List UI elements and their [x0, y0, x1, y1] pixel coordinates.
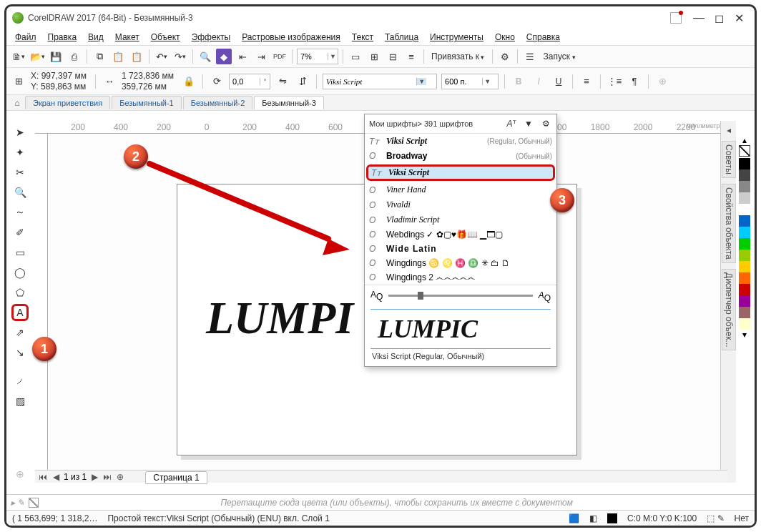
menu-help[interactable]: Справка	[526, 32, 560, 42]
font-settings-icon[interactable]: ⚙	[539, 117, 552, 130]
docker-obj-props[interactable]: Свойства объекта	[722, 184, 736, 263]
artistic-media-tool[interactable]: ✐	[11, 224, 29, 241]
zoom-tool[interactable]: 🔍	[11, 184, 29, 201]
tab-welcome[interactable]: Экран приветствия	[25, 96, 110, 109]
font-size-combo[interactable]: ▼	[441, 74, 499, 89]
copy-icon[interactable]: ⧉	[92, 49, 107, 64]
color-swatch[interactable]	[739, 284, 750, 295]
pdf-icon[interactable]: PDF	[272, 49, 288, 64]
font-list-item[interactable]: O Vladimir Script	[365, 212, 556, 227]
menu-file[interactable]: Файл	[15, 32, 36, 42]
clipboard-icon[interactable]: 📋	[129, 49, 144, 64]
menu-edit[interactable]: Правка	[48, 32, 77, 42]
font-list-item[interactable]: O Webdings ✓ ✿▢♥🎁📖 ▁🗖▢	[365, 227, 556, 242]
origin-grid-icon[interactable]: ⊞	[11, 74, 26, 89]
text-align-icon[interactable]: ≡	[579, 74, 594, 89]
chevron-down-icon[interactable]: ▼	[482, 78, 492, 85]
no-color-swatch[interactable]	[739, 145, 750, 157]
color-swatch[interactable]	[739, 204, 750, 215]
status-fill-swatch[interactable]	[607, 513, 617, 523]
color-swatch[interactable]	[739, 192, 750, 204]
tab-doc-1[interactable]: Безымянный-1	[112, 96, 182, 109]
quick-customize-icon[interactable]: ⊕	[11, 466, 29, 483]
tab-doc-3[interactable]: Безымянный-3	[254, 96, 324, 109]
minimize-button[interactable]: —	[689, 8, 709, 28]
mirror-v-icon[interactable]: ⇵	[295, 74, 310, 89]
save-icon[interactable]: 💾	[48, 49, 64, 64]
crop-tool[interactable]: ✂	[11, 164, 29, 181]
status-fill-icon[interactable]: ◧	[589, 513, 597, 523]
menu-tools[interactable]: Инструменты	[430, 32, 483, 42]
page-first-icon[interactable]: ⏮	[38, 472, 48, 482]
font-list-item[interactable]: Tᴛ Viksi Script (Regular, Обычный)	[365, 134, 556, 149]
search-icon[interactable]: 🔍	[197, 49, 213, 64]
zoom-input[interactable]	[298, 49, 328, 64]
freehand-tool[interactable]: ～	[11, 204, 29, 221]
fullscreen-icon[interactable]: ▭	[348, 49, 363, 64]
menu-bitmap[interactable]: Растровые изображения	[242, 32, 340, 42]
color-swatch[interactable]	[739, 158, 750, 169]
font-list-item[interactable]: O Wingdings ♋ ♌ ♓ ♎ ✳ 🗀 🗋	[365, 256, 556, 270]
tab-doc-2[interactable]: Безымянный-2	[183, 96, 253, 109]
color-swatch[interactable]	[739, 169, 750, 181]
color-swatch[interactable]	[739, 250, 750, 261]
italic-button[interactable]: I	[531, 74, 546, 89]
color-swatch[interactable]	[739, 295, 750, 307]
font-list-item[interactable]: O Wide Latin	[365, 242, 556, 256]
status-color-model-icon[interactable]: 🟦	[569, 513, 579, 523]
page-prev-icon[interactable]: ◀	[51, 472, 61, 482]
color-swatch[interactable]	[739, 238, 750, 250]
print-icon[interactable]: ⎙	[67, 49, 82, 64]
preview-small-icon[interactable]: AQ	[370, 290, 383, 302]
zoom-combo[interactable]: ▼	[297, 49, 338, 64]
dropper-tool[interactable]: ⟋	[11, 373, 29, 390]
import-icon[interactable]: ⇤	[235, 49, 250, 64]
menu-effects[interactable]: Эффекты	[192, 32, 231, 42]
color-swatch[interactable]	[739, 307, 750, 318]
preview-large-icon[interactable]: AQ	[539, 288, 551, 303]
font-list-item[interactable]: Tᴛ Viksi Script	[366, 164, 555, 181]
ellipse-tool[interactable]: ◯	[11, 264, 29, 281]
font-filter-icon[interactable]: ▼	[522, 117, 535, 130]
maximize-button[interactable]: ◻	[709, 8, 729, 28]
rulers-icon[interactable]: ⊞	[366, 49, 382, 64]
status-outline-icon[interactable]: ⬚ ✎	[707, 513, 724, 523]
color-swatch[interactable]	[739, 227, 750, 238]
rectangle-tool[interactable]: ▭	[11, 244, 29, 261]
launch-dropdown[interactable]: Запуск	[541, 51, 579, 61]
snap-dropdown[interactable]: Привязать к	[428, 51, 488, 61]
open-icon[interactable]: 📂	[29, 49, 45, 64]
guides-icon[interactable]: ≡	[403, 49, 419, 64]
menu-view[interactable]: Вид	[88, 32, 104, 42]
no-fill-swatch[interactable]	[29, 498, 39, 508]
redo-icon[interactable]: ↷	[172, 49, 188, 64]
color-swatch[interactable]	[739, 261, 750, 272]
menu-object[interactable]: Объект	[151, 32, 180, 42]
font-family-combo[interactable]: ▼	[323, 74, 437, 89]
pick-tool[interactable]: ➤	[11, 124, 29, 141]
add-page-icon[interactable]: ⊕	[115, 472, 125, 482]
palette-up-icon[interactable]: ▴	[737, 135, 752, 145]
launch-icon[interactable]: ◆	[216, 49, 232, 64]
page-last-icon[interactable]: ⏭	[102, 472, 112, 482]
undo-icon[interactable]: ↶	[154, 49, 170, 64]
font-filter-style-icon[interactable]: Aᵀ	[505, 117, 518, 130]
bullets-icon[interactable]: ⋮≡	[607, 74, 622, 89]
page-tab[interactable]: Страница 1	[145, 471, 207, 484]
font-list-item[interactable]: O Broadway (Обычный)	[365, 149, 556, 163]
palette-down-icon[interactable]: ▾	[737, 330, 752, 340]
text-tool[interactable]: A	[11, 304, 29, 321]
launch-list-icon[interactable]: ☰	[522, 49, 538, 64]
shape-tool[interactable]: ✦	[11, 144, 29, 161]
page-next-icon[interactable]: ▶	[89, 472, 99, 482]
chevron-down-icon[interactable]: ▼	[328, 53, 338, 60]
new-doc-icon[interactable]: 🗎	[11, 49, 26, 64]
rotate-icon[interactable]: ⟳	[209, 74, 225, 89]
color-swatch[interactable]	[739, 215, 750, 227]
docker-obj-manager[interactable]: Диспетчер объек...	[722, 269, 736, 351]
menu-text[interactable]: Текст	[352, 32, 373, 42]
font-list-item[interactable]: O Wingdings 2 ෴෴෴෴෴	[365, 270, 556, 285]
font-list-item[interactable]: O Vivaldi	[365, 197, 556, 212]
bold-button[interactable]: B	[511, 74, 526, 89]
color-swatch[interactable]	[739, 318, 750, 330]
